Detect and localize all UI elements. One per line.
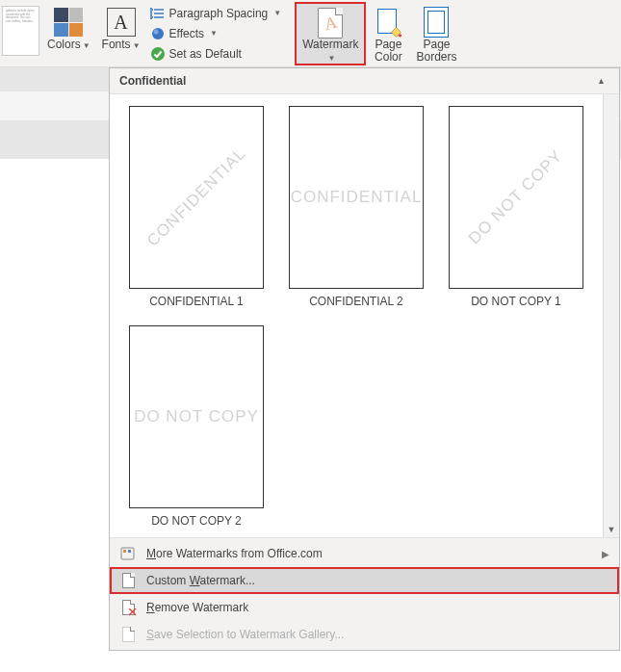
effects-icon <box>150 26 166 41</box>
watermark-preview-text: DO NOT COPY <box>465 146 567 248</box>
gallery-scrollbar[interactable]: ▼ <box>603 94 619 537</box>
watermark-caption: DO NOT COPY 1 <box>471 295 561 308</box>
remove-watermark-label: Remove Watermark <box>146 601 609 614</box>
colors-label: Colors▼ <box>47 39 91 52</box>
svg-point-4 <box>153 29 158 34</box>
watermark-button[interactable]: A Watermark▼ <box>295 2 366 65</box>
watermark-tile[interactable]: CONFIDENTIAL CONFIDENTIAL 2 <box>289 106 424 308</box>
chevron-down-icon: ▼ <box>210 29 218 38</box>
watermark-caption: DO NOT COPY 2 <box>151 514 242 528</box>
chevron-down-icon: ▼ <box>273 9 281 17</box>
watermark-preview-text: CONFIDENTIAL <box>291 188 423 207</box>
watermark-dropdown: Confidential ▲ CONFIDENTIAL CONFIDENTIAL… <box>109 67 620 651</box>
scroll-down-button[interactable]: ▼ <box>604 522 619 537</box>
page-color-icon <box>375 7 401 38</box>
effects-label: Effects <box>169 27 204 40</box>
dropdown-menu: More Watermarks from Office.com ▶ Custom… <box>110 538 619 650</box>
fonts-icon: A <box>107 8 136 37</box>
save-selection-item: Save Selection to Watermark Gallery... <box>110 621 619 648</box>
set-default-button[interactable]: Set as Default <box>150 45 282 64</box>
svg-rect-9 <box>128 550 131 553</box>
page-icon <box>119 572 137 589</box>
page-borders-button[interactable]: Page Borders <box>410 2 462 65</box>
themes-small-options: Paragraph Spacing ▼ Effects ▼ Set as Def… <box>146 2 286 65</box>
watermark-preview-text: DO NOT COPY <box>134 407 259 426</box>
submenu-arrow-icon: ▶ <box>602 549 609 559</box>
paragraph-spacing-label: Paragraph Spacing <box>169 7 269 20</box>
paragraph-spacing-button[interactable]: Paragraph Spacing ▼ <box>150 4 282 22</box>
custom-watermark-item[interactable]: Custom Watermark... <box>110 567 619 594</box>
colors-button[interactable]: Colors▼ <box>41 2 96 65</box>
watermark-tile[interactable]: DO NOT COPY DO NOT COPY 1 <box>449 106 583 308</box>
fonts-button[interactable]: A Fonts▼ <box>96 2 146 65</box>
office-icon <box>119 545 137 562</box>
page-color-label: Page Color <box>375 39 402 64</box>
colors-icon <box>54 8 83 37</box>
svg-rect-8 <box>123 550 126 553</box>
page-color-button[interactable]: Page Color <box>366 2 410 65</box>
scroll-up-button[interactable]: ▲ <box>593 73 609 89</box>
remove-watermark-item[interactable]: Remove Watermark <box>110 594 619 621</box>
more-watermarks-label: More Watermarks from Office.com <box>146 547 592 560</box>
page-borders-icon <box>424 7 449 38</box>
svg-point-6 <box>399 34 401 37</box>
more-watermarks-item[interactable]: More Watermarks from Office.com ▶ <box>110 540 619 567</box>
watermark-icon: A <box>318 8 343 39</box>
custom-watermark-label: Custom Watermark... <box>146 574 609 587</box>
chevron-down-icon: ▼ <box>133 41 141 50</box>
svg-rect-7 <box>121 548 134 559</box>
effects-button[interactable]: Effects ▼ <box>150 24 282 42</box>
svg-point-5 <box>151 47 165 61</box>
watermark-preview-text: CONFIDENTIAL <box>143 144 250 251</box>
check-circle-icon <box>150 46 166 62</box>
page-borders-label: Page Borders <box>416 39 456 64</box>
chevron-down-icon: ▼ <box>83 41 91 50</box>
watermark-caption: CONFIDENTIAL 2 <box>309 295 403 308</box>
set-default-label: Set as Default <box>169 47 242 61</box>
save-page-icon <box>119 626 137 643</box>
save-selection-label: Save Selection to Watermark Gallery... <box>146 628 609 641</box>
watermark-gallery: CONFIDENTIAL CONFIDENTIAL 1 CONFIDENTIAL… <box>110 94 603 537</box>
document-snippet: galleries include items coordinate with … <box>2 6 39 56</box>
svg-point-3 <box>152 28 164 39</box>
dropdown-section-title: Confidential <box>119 74 186 88</box>
remove-page-icon <box>119 599 137 616</box>
paragraph-spacing-icon <box>150 6 166 21</box>
watermark-tile[interactable]: DO NOT COPY DO NOT COPY 2 <box>129 325 264 528</box>
fonts-label: Fonts▼ <box>102 39 141 52</box>
ribbon: galleries include items coordinate with … <box>0 0 621 67</box>
watermark-label: Watermark▼ <box>302 39 358 65</box>
chevron-down-icon: ▼ <box>327 54 335 63</box>
watermark-tile[interactable]: CONFIDENTIAL CONFIDENTIAL 1 <box>129 106 264 308</box>
watermark-caption: CONFIDENTIAL 1 <box>149 295 244 308</box>
